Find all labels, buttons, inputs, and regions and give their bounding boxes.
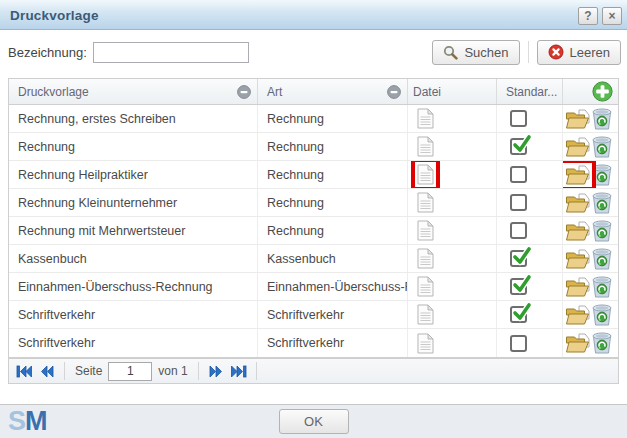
folder-icon [565, 165, 590, 185]
standard-checkbox[interactable] [510, 335, 527, 352]
table-row[interactable]: Rechnung Heilpraktiker Rechnung [9, 161, 618, 189]
cell-art: Einnahmen-Überschuss-Rec... [258, 273, 408, 300]
folder-icon-button[interactable] [565, 109, 590, 129]
cell-datei [408, 133, 497, 160]
table-row[interactable]: Kassenbuch Kassenbuch [9, 245, 618, 273]
next-page-button[interactable] [206, 361, 226, 381]
cell-druckvorlage: Rechnung Kleinunternehmer [9, 189, 258, 216]
file-icon [417, 304, 434, 325]
trash-recycle-icon [591, 108, 613, 130]
check-icon [512, 274, 532, 294]
search-icon [443, 45, 458, 60]
trash-icon-button[interactable] [591, 220, 613, 242]
cell-druckvorlage: Rechnung mit Mehrwertsteuer [9, 217, 258, 244]
cell-actions [563, 245, 618, 272]
folder-icon-button[interactable] [565, 165, 590, 185]
trash-icon-button[interactable] [591, 332, 613, 354]
file-icon [417, 220, 434, 241]
trash-icon-button[interactable] [591, 192, 613, 214]
file-icon-button[interactable] [417, 333, 434, 354]
standard-checkbox[interactable] [510, 306, 527, 323]
standard-checkbox[interactable] [510, 278, 527, 295]
folder-icon-button[interactable] [565, 305, 590, 325]
folder-icon-button[interactable] [565, 137, 590, 157]
search-button[interactable]: Suchen [432, 40, 519, 65]
folder-icon [565, 277, 590, 297]
table-row[interactable]: Schriftverkehr Schriftverkehr [9, 301, 618, 329]
file-icon-button[interactable] [417, 108, 434, 129]
column-header-druckvorlage-label: Druckvorlage [18, 85, 89, 99]
trash-icon-button[interactable] [591, 164, 613, 186]
cell-actions [563, 273, 618, 300]
close-button[interactable]: × [602, 7, 622, 25]
trash-icon-button[interactable] [591, 276, 613, 298]
standard-checkbox[interactable] [510, 194, 527, 211]
table-row[interactable]: Rechnung Rechnung [9, 133, 618, 161]
column-header-datei-label: Datei [413, 85, 441, 99]
folder-icon-button[interactable] [565, 193, 590, 213]
trash-icon-button[interactable] [591, 304, 613, 326]
cell-standard [497, 105, 563, 132]
column-header-art[interactable]: Art [258, 79, 408, 104]
folder-icon [565, 221, 590, 241]
file-icon-button[interactable] [417, 192, 434, 213]
last-page-button[interactable] [229, 361, 249, 381]
file-icon-button[interactable] [417, 136, 434, 157]
check-icon [512, 246, 532, 266]
pagination-separator [256, 362, 257, 380]
trash-icon-button[interactable] [591, 136, 613, 158]
file-icon-button[interactable] [417, 220, 434, 241]
standard-checkbox[interactable] [510, 250, 527, 267]
standard-checkbox[interactable] [510, 166, 527, 183]
folder-icon-button[interactable] [565, 333, 590, 353]
file-icon-button[interactable] [417, 276, 434, 297]
cell-art: Rechnung [258, 161, 408, 188]
ok-button[interactable]: OK [279, 409, 349, 434]
sort-icon[interactable] [237, 85, 251, 99]
sm-logo-m: M [25, 406, 47, 436]
column-header-datei[interactable]: Datei [408, 79, 497, 104]
title-bar[interactable]: Druckvorlage ? × [0, 0, 627, 30]
cell-art: Rechnung [258, 217, 408, 244]
folder-icon [565, 333, 590, 353]
file-icon-button[interactable] [417, 248, 434, 269]
column-header-standard[interactable]: Standar... [497, 79, 563, 104]
table-row[interactable]: Schriftverkehr Schriftverkehr [9, 329, 618, 357]
table-row[interactable]: Rechnung, erstes Schreiben Rechnung [9, 105, 618, 133]
pagination-separator [198, 362, 199, 380]
standard-checkbox[interactable] [510, 222, 527, 239]
cell-art: Rechnung [258, 133, 408, 160]
file-icon-button[interactable] [417, 304, 434, 325]
trash-icon-button[interactable] [591, 248, 613, 270]
cell-datei [408, 217, 497, 244]
file-icon [417, 276, 434, 297]
sort-icon[interactable] [387, 85, 401, 99]
page-label: Seite [75, 364, 102, 378]
clear-button[interactable]: Leeren [537, 40, 621, 65]
clear-button-label: Leeren [570, 45, 610, 60]
table-row[interactable]: Rechnung mit Mehrwertsteuer Rechnung [9, 217, 618, 245]
trash-icon-button[interactable] [591, 108, 613, 130]
trash-recycle-icon [591, 164, 613, 186]
trash-recycle-icon [591, 304, 613, 326]
cell-datei [408, 189, 497, 216]
file-icon-button[interactable] [417, 164, 434, 185]
trash-recycle-icon [591, 192, 613, 214]
cell-standard [497, 189, 563, 216]
cell-actions [563, 329, 618, 357]
page-input[interactable] [108, 362, 152, 381]
add-template-button[interactable] [592, 81, 613, 102]
folder-icon-button[interactable] [565, 277, 590, 297]
column-header-druckvorlage[interactable]: Druckvorlage [9, 79, 258, 104]
cell-druckvorlage: Einnahmen-Überschuss-Rechnung [9, 273, 258, 300]
standard-checkbox[interactable] [510, 138, 527, 155]
first-page-button[interactable] [14, 361, 34, 381]
table-row[interactable]: Rechnung Kleinunternehmer Rechnung [9, 189, 618, 217]
folder-icon-button[interactable] [565, 249, 590, 269]
help-button[interactable]: ? [578, 7, 598, 25]
table-row[interactable]: Einnahmen-Überschuss-Rechnung Einnahmen-… [9, 273, 618, 301]
bezeichnung-input[interactable] [93, 42, 249, 63]
prev-page-button[interactable] [37, 361, 57, 381]
folder-icon-button[interactable] [565, 221, 590, 241]
standard-checkbox[interactable] [510, 110, 527, 127]
